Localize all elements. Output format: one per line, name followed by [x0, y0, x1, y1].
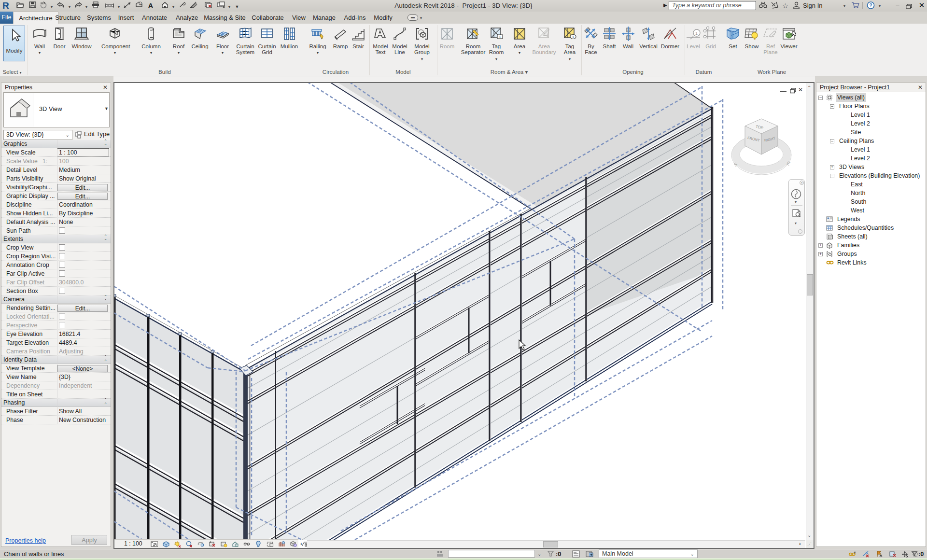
svg-text:1: 1	[499, 35, 501, 39]
svg-text:1: 1	[572, 35, 574, 39]
svg-text:?: ?	[870, 3, 872, 8]
